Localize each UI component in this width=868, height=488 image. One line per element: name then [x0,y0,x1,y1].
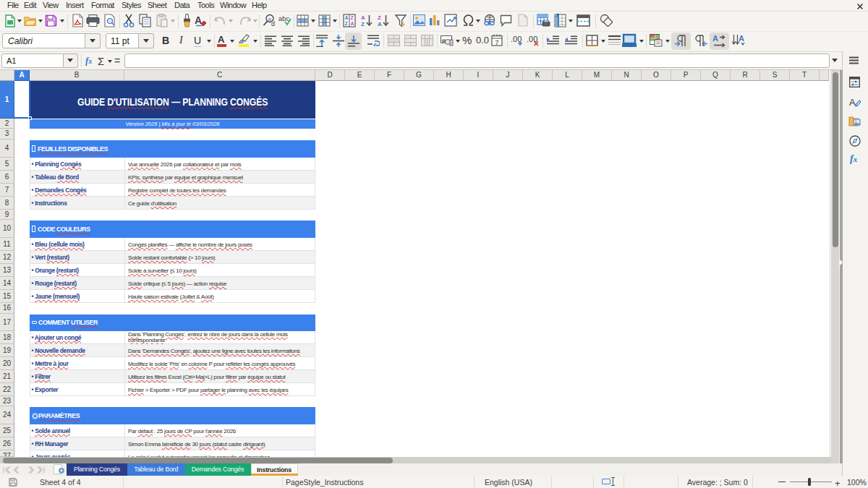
svg-text:A: A [739,34,744,43]
svg-text:.00: .00 [527,35,537,43]
svg-text:Z: Z [361,21,365,27]
svg-text:A: A [849,97,856,108]
svg-text:Z: Z [378,14,381,21]
svg-text:A: A [195,14,202,26]
svg-text:abc: abc [278,14,290,22]
svg-text:A: A [378,21,382,27]
svg-text:Z: Z [351,15,354,20]
svg-text:A: A [345,15,349,20]
svg-text:A: A [351,21,354,26]
svg-text:d: d [271,20,275,27]
svg-text:A: A [712,34,718,43]
svg-text:Z: Z [345,21,349,26]
svg-text:7: 7 [495,39,499,46]
svg-text:A: A [361,14,365,21]
